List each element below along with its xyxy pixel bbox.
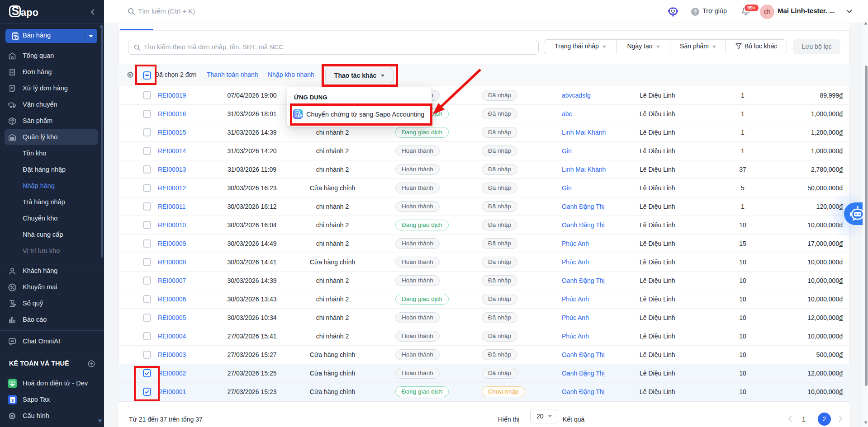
svg-text:AI: AI <box>11 339 14 343</box>
svg-text:$: $ <box>11 397 14 402</box>
